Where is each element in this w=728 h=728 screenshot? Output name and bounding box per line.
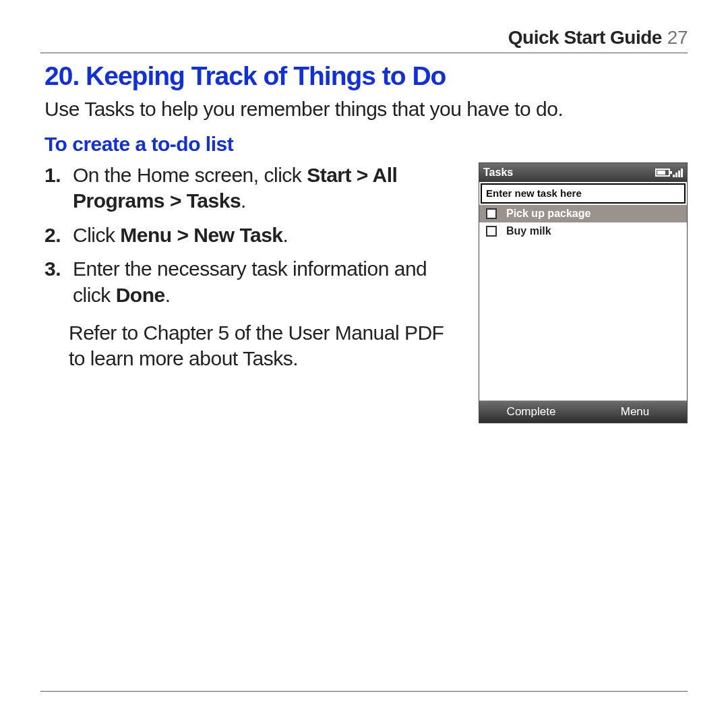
step-item: Click Menu > New Task. bbox=[69, 222, 460, 248]
step-item: On the Home screen, click Start > All Pr… bbox=[69, 162, 460, 214]
softkey-complete[interactable]: Complete bbox=[479, 405, 583, 419]
intro-paragraph: Use Tasks to help you remember things th… bbox=[44, 98, 688, 121]
battery-icon bbox=[655, 169, 670, 177]
new-task-input[interactable]: Enter new task here bbox=[481, 183, 686, 204]
step-post: . bbox=[241, 189, 246, 212]
after-steps-paragraph: Refer to Chapter 5 of the User Manual PD… bbox=[44, 320, 460, 372]
step-item: Enter the necessary task information and… bbox=[69, 256, 460, 308]
task-label: Pick up package bbox=[506, 208, 590, 220]
step-text: Click bbox=[73, 224, 120, 246]
top-rule bbox=[40, 53, 688, 53]
phone-titlebar: Tasks bbox=[479, 163, 687, 182]
task-row[interactable]: Pick up package bbox=[479, 205, 687, 222]
phone-softkey-bar: Complete Menu bbox=[479, 400, 687, 423]
page-number: 27 bbox=[667, 27, 688, 49]
running-header: Quick Start Guide 27 bbox=[40, 27, 688, 49]
step-bold: Done bbox=[116, 284, 165, 306]
step-text: On the Home screen, click bbox=[73, 164, 307, 186]
content-columns: On the Home screen, click Start > All Pr… bbox=[44, 162, 688, 423]
manual-page: Quick Start Guide 27 20. Keeping Track o… bbox=[0, 0, 728, 728]
task-label: Buy milk bbox=[506, 225, 551, 237]
checkbox-icon[interactable] bbox=[486, 208, 497, 219]
section-number: 20. bbox=[44, 61, 79, 90]
phone-app-title: Tasks bbox=[483, 166, 513, 179]
step-post: . bbox=[165, 284, 171, 306]
signal-icon bbox=[673, 168, 683, 177]
checkbox-icon[interactable] bbox=[486, 226, 497, 237]
phone-screenshot: Tasks Enter new task here Pick up packag… bbox=[479, 162, 688, 423]
instruction-column: On the Home screen, click Start > All Pr… bbox=[44, 162, 460, 392]
step-bold: Menu > New Task bbox=[120, 224, 282, 246]
bottom-rule bbox=[40, 691, 688, 692]
softkey-menu[interactable]: Menu bbox=[583, 405, 687, 419]
steps-list: On the Home screen, click Start > All Pr… bbox=[44, 162, 460, 308]
task-list: Pick up package Buy milk bbox=[479, 205, 687, 400]
section-heading: 20. Keeping Track of Things to Do bbox=[44, 61, 688, 91]
section-title: Keeping Track of Things to Do bbox=[86, 61, 446, 90]
step-post: . bbox=[283, 224, 289, 246]
task-row[interactable]: Buy milk bbox=[479, 222, 687, 240]
subsection-heading: To create a to-do list bbox=[44, 133, 688, 156]
phone-status-icons bbox=[655, 168, 683, 177]
guide-title: Quick Start Guide bbox=[508, 27, 662, 49]
